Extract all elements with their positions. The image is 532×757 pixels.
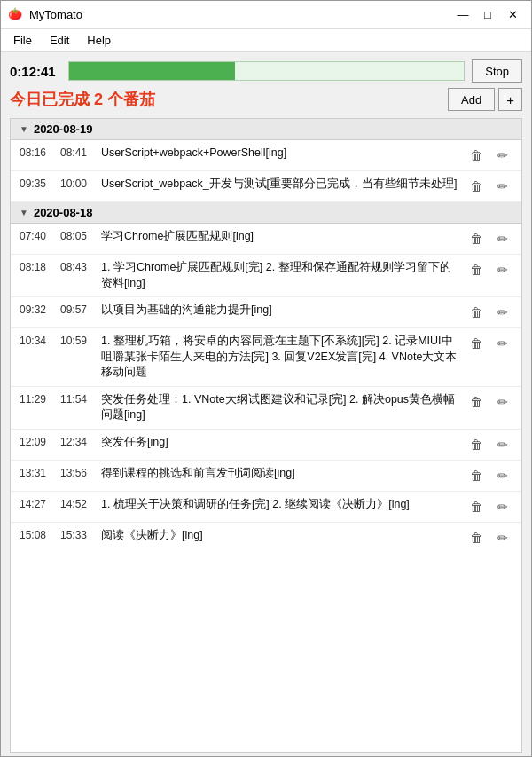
delete-icon-1-7[interactable] xyxy=(466,497,486,516)
task-end-0-0: 08:41 xyxy=(60,146,94,159)
group-arrow-0: ▼ xyxy=(20,124,28,134)
table-row: 13:31 13:56 得到课程的挑选和前言发刊词阅读[ing] xyxy=(11,461,521,492)
group-arrow-1: ▼ xyxy=(20,208,28,217)
table-row: 08:16 08:41 UserScript+webpack+PowerShel… xyxy=(11,140,521,171)
date-group-header-0[interactable]: ▼2020-08-19 xyxy=(11,119,521,140)
delete-icon-1-5[interactable] xyxy=(466,435,486,454)
task-end-1-1: 08:43 xyxy=(60,260,94,273)
task-start-1-0: 07:40 xyxy=(20,229,53,242)
delete-icon-1-0[interactable] xyxy=(466,229,486,248)
task-text-1-2: 以项目为基础的沟通能力提升[ing] xyxy=(101,303,459,319)
table-row: 12:09 12:34 突发任务[ing] xyxy=(11,430,521,461)
task-start-1-4: 11:29 xyxy=(20,392,53,406)
edit-icon-0-1[interactable] xyxy=(493,177,512,196)
close-button[interactable]: ✕ xyxy=(501,5,524,25)
title-bar: 🍅 MyTomato — □ ✕ xyxy=(1,1,531,29)
progress-bar-container xyxy=(68,61,465,81)
task-end-1-5: 12:34 xyxy=(60,435,94,448)
delete-icon-1-6[interactable] xyxy=(466,466,486,485)
edit-icon-1-7[interactable] xyxy=(493,497,512,516)
delete-icon-1-4[interactable] xyxy=(466,392,486,412)
task-text-0-1: UserScript_webpack_开发与测试[重要部分已完成，当有些细节未处… xyxy=(101,177,459,193)
task-start-0-1: 09:35 xyxy=(20,177,53,190)
edit-icon-1-0[interactable] xyxy=(493,229,512,248)
task-end-1-4: 11:54 xyxy=(60,392,94,406)
app-icon: 🍅 xyxy=(8,7,24,23)
main-content: 0:12:41 Stop 今日已完成 2 个番茄 Add + ▼2020-08-… xyxy=(1,52,531,756)
edit-icon-1-4[interactable] xyxy=(493,392,512,412)
task-text-1-6: 得到课程的挑选和前言发刊词阅读[ing] xyxy=(101,466,459,482)
stop-button[interactable]: Stop xyxy=(472,59,522,83)
delete-icon-1-8[interactable] xyxy=(466,528,486,548)
delete-icon-1-2[interactable] xyxy=(466,303,486,322)
delete-icon-0-0[interactable] xyxy=(466,146,486,165)
task-end-1-3: 10:59 xyxy=(60,334,94,347)
task-end-1-8: 15:33 xyxy=(60,528,94,541)
window-controls: — □ ✕ xyxy=(451,5,524,25)
edit-icon-1-2[interactable] xyxy=(493,303,512,322)
task-text-1-4: 突发任务处理：1. VNote大纲试图建议和记录[完] 2. 解决opus黄色横… xyxy=(101,392,459,423)
delete-icon-1-3[interactable] xyxy=(466,334,486,353)
app-window: 🍅 MyTomato — □ ✕ File Edit Help 0:12:41 … xyxy=(0,0,532,757)
table-row: 08:18 08:43 1. 学习Chrome扩展匹配规则[完] 2. 整理和保… xyxy=(11,255,521,297)
table-row: 15:08 15:33 阅读《决断力》[ing] xyxy=(11,523,521,553)
menu-help[interactable]: Help xyxy=(78,29,120,51)
edit-icon-1-6[interactable] xyxy=(493,466,512,485)
edit-icon-1-8[interactable] xyxy=(493,528,512,548)
table-row: 10:34 10:59 1. 整理机巧箱，将安卓的内容同意在主题下[不系统][完… xyxy=(11,328,521,387)
table-row: 11:29 11:54 突发任务处理：1. VNote大纲试图建议和记录[完] … xyxy=(11,387,521,430)
menu-edit[interactable]: Edit xyxy=(41,29,78,51)
progress-bar-fill xyxy=(69,62,235,80)
menu-bar: File Edit Help xyxy=(1,29,531,52)
task-text-1-5: 突发任务[ing] xyxy=(101,435,459,451)
task-start-0-0: 08:16 xyxy=(20,146,53,159)
timer-display: 0:12:41 xyxy=(10,64,61,79)
task-text-1-3: 1. 整理机巧箱，将安卓的内容同意在主题下[不系统][完] 2. 记录MIUI中… xyxy=(101,334,459,381)
minimize-button[interactable]: — xyxy=(451,5,474,25)
task-text-1-1: 1. 学习Chrome扩展匹配规则[完] 2. 整理和保存通配符规则学习留下的资… xyxy=(101,260,459,291)
task-end-1-7: 14:52 xyxy=(60,497,94,510)
table-row: 14:27 14:52 1. 梳理关于决策和调研的任务[完] 2. 继续阅读《决… xyxy=(11,492,521,523)
edit-icon-0-0[interactable] xyxy=(493,146,512,165)
task-end-0-1: 10:00 xyxy=(60,177,94,190)
table-row: 07:40 08:05 学习Chrome扩展匹配规则[ing] xyxy=(11,224,521,255)
task-start-1-8: 15:08 xyxy=(20,528,53,541)
task-list: ▼2020-08-19 08:16 08:41 UserScript+webpa… xyxy=(10,118,522,753)
group-date-0: 2020-08-19 xyxy=(34,122,93,136)
plus-button[interactable]: + xyxy=(498,88,522,111)
task-start-1-7: 14:27 xyxy=(20,497,53,510)
edit-icon-1-5[interactable] xyxy=(493,435,512,454)
task-start-1-5: 12:09 xyxy=(20,435,53,448)
add-button[interactable]: Add xyxy=(448,88,495,111)
status-row: 今日已完成 2 个番茄 Add + xyxy=(10,88,522,111)
delete-icon-1-1[interactable] xyxy=(466,260,486,280)
task-text-0-0: UserScript+webpack+PowerShell[ing] xyxy=(101,146,459,162)
task-start-1-1: 08:18 xyxy=(20,260,53,273)
app-title: MyTomato xyxy=(29,8,451,21)
task-start-1-2: 09:32 xyxy=(20,303,53,316)
task-text-1-0: 学习Chrome扩展匹配规则[ing] xyxy=(101,229,459,245)
date-group-header-1[interactable]: ▼2020-08-18 xyxy=(11,202,521,224)
timer-row: 0:12:41 Stop xyxy=(10,59,522,83)
task-end-1-2: 09:57 xyxy=(60,303,94,316)
delete-icon-0-1[interactable] xyxy=(466,177,486,196)
maximize-button[interactable]: □ xyxy=(476,5,499,25)
status-text: 今日已完成 2 个番茄 xyxy=(10,89,448,110)
table-row: 09:35 10:00 UserScript_webpack_开发与测试[重要部… xyxy=(11,171,521,202)
group-date-1: 2020-08-18 xyxy=(34,206,93,219)
task-end-1-6: 13:56 xyxy=(60,466,94,479)
table-row: 09:32 09:57 以项目为基础的沟通能力提升[ing] xyxy=(11,297,521,328)
task-text-1-8: 阅读《决断力》[ing] xyxy=(101,528,459,544)
task-text-1-7: 1. 梳理关于决策和调研的任务[完] 2. 继续阅读《决断力》[ing] xyxy=(101,497,459,513)
menu-file[interactable]: File xyxy=(4,29,41,51)
task-start-1-3: 10:34 xyxy=(20,334,53,347)
edit-icon-1-1[interactable] xyxy=(493,260,512,280)
edit-icon-1-3[interactable] xyxy=(493,334,512,353)
task-end-1-0: 08:05 xyxy=(60,229,94,242)
task-start-1-6: 13:31 xyxy=(20,466,53,479)
